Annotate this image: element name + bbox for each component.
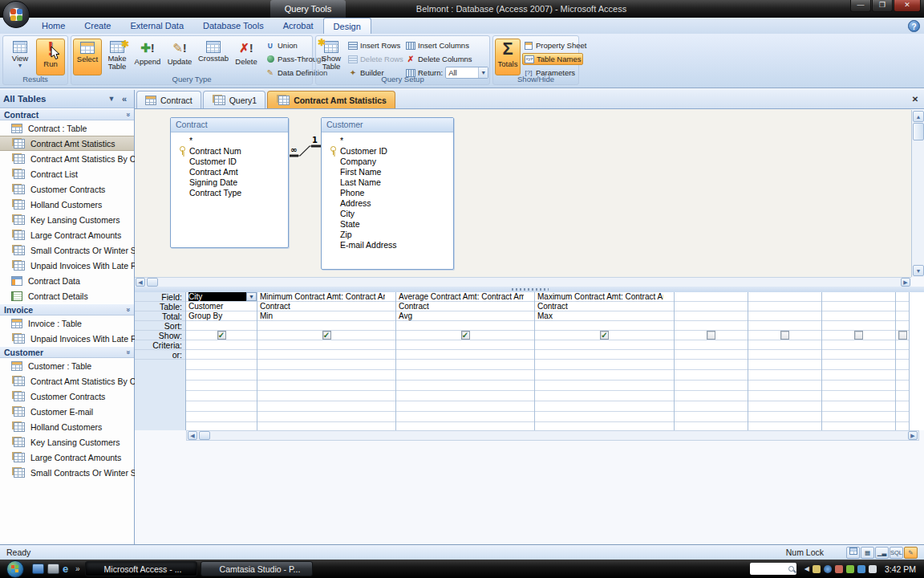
sort-cell[interactable] — [675, 321, 748, 331]
nav-item[interactable]: Key Lansing Customers — [0, 212, 134, 227]
table-cell[interactable] — [748, 302, 821, 311]
document-tab[interactable]: Query1 — [203, 91, 265, 108]
scrollbar-thumb[interactable] — [913, 123, 924, 140]
table-cell[interactable] — [675, 302, 748, 311]
delete-columns-button[interactable]: ✗ Delete Columns — [404, 53, 474, 65]
taskbar-button[interactable]: Microsoft Access - ... — [85, 561, 197, 576]
show-checkbox[interactable] — [898, 331, 907, 340]
or-cell[interactable] — [822, 350, 895, 360]
close-button[interactable]: ✕ — [894, 0, 921, 12]
show-checkbox[interactable] — [600, 331, 609, 340]
tray-icon[interactable] — [813, 565, 821, 573]
field-list-item[interactable]: E-mail Address — [322, 239, 453, 250]
grid-horizontal-scrollbar[interactable]: ◀ ▶ — [186, 430, 919, 441]
field-list-item[interactable]: * — [171, 135, 288, 145]
field-list-item[interactable]: Contract Amt — [171, 166, 288, 177]
nav-group-header-contract[interactable]: Contract » — [0, 108, 134, 120]
table-cell[interactable]: Contract — [396, 302, 534, 311]
show-checkbox[interactable] — [217, 331, 226, 340]
field-list-title[interactable]: Customer — [322, 118, 453, 132]
ribbon-tab[interactable]: Create — [75, 18, 120, 34]
tray-icon[interactable] — [835, 565, 843, 573]
pivottable-view-button[interactable]: ▦ — [861, 547, 874, 559]
nav-item[interactable]: Large Contract Amounts — [0, 227, 134, 242]
show-checkbox[interactable] — [322, 331, 331, 340]
property-sheet-button[interactable]: Property Sheet — [522, 39, 588, 51]
network-icon[interactable] — [857, 565, 865, 573]
criteria-cell[interactable] — [396, 340, 534, 350]
ribbon-tab[interactable]: External Data — [120, 18, 193, 34]
totals-button[interactable]: Σ Totals — [495, 39, 521, 75]
field-list-item[interactable]: * — [322, 135, 453, 145]
scroll-left-icon[interactable]: ◀ — [188, 431, 197, 440]
nav-item[interactable]: Holland Customers — [0, 419, 134, 434]
diagram-vertical-scrollbar[interactable]: ▲ ▼ — [911, 110, 924, 277]
nav-item[interactable]: Contract Amt Statistics By City — [0, 151, 134, 166]
nav-item[interactable]: Small Contracts Or Winter Sig... — [0, 465, 134, 480]
restore-button[interactable]: ❐ — [872, 0, 893, 12]
criteria-cell[interactable] — [257, 340, 395, 350]
internet-explorer-icon[interactable]: e — [63, 564, 72, 574]
total-cell[interactable]: Group By — [186, 311, 257, 321]
table-names-button[interactable]: xyz Table Names — [522, 53, 583, 65]
nav-item[interactable]: Unpaid Invoices With Late Fees — [0, 258, 134, 273]
field-list-item[interactable]: Contract Type — [171, 187, 288, 197]
criteria-cell[interactable] — [535, 340, 674, 350]
criteria-cell[interactable] — [896, 340, 909, 350]
sort-cell[interactable] — [535, 321, 674, 331]
or-cell[interactable] — [186, 350, 257, 360]
nav-item[interactable]: Key Lansing Customers — [0, 434, 134, 450]
select-query-button[interactable]: Select — [73, 39, 102, 75]
nav-item[interactable]: Customer : Table — [0, 358, 134, 373]
sort-cell[interactable] — [396, 321, 534, 331]
nav-item[interactable]: Contract Data — [0, 273, 134, 288]
field-cell[interactable]: City ▼ — [186, 292, 257, 302]
field-cell[interactable]: Minimum Contract Amt: Contract Amt ▼ — [257, 292, 395, 302]
table-cell[interactable]: Customer — [186, 302, 257, 311]
ribbon-tab[interactable]: Design — [323, 18, 371, 34]
nav-pane-header[interactable]: All Tables ▼ « — [0, 90, 134, 108]
sort-cell[interactable] — [748, 321, 821, 331]
total-cell[interactable]: Max — [535, 311, 674, 321]
sort-cell[interactable] — [257, 321, 395, 331]
scroll-up-icon[interactable]: ▲ — [913, 111, 924, 122]
nav-group-header-invoice[interactable]: Invoice » — [0, 303, 134, 315]
help-button[interactable]: ? — [908, 20, 920, 32]
criteria-cell[interactable] — [186, 340, 257, 350]
insert-columns-button[interactable]: Insert Columns — [404, 39, 471, 51]
field-cell[interactable]: Average Contract Amt: Contract Amt ▼ — [396, 292, 534, 302]
nav-item[interactable]: Small Contracts Or Winter Sig... — [0, 242, 134, 258]
or-cell[interactable] — [896, 350, 909, 360]
diagram-horizontal-scrollbar[interactable]: ◀ ▶ — [135, 277, 911, 287]
table-cell[interactable] — [896, 302, 909, 311]
field-list-contract[interactable]: Contract * Contract Num Custo — [170, 117, 289, 248]
document-tab[interactable]: Contract — [136, 91, 201, 108]
design-view-button[interactable]: ✎ — [904, 547, 918, 559]
nav-item[interactable]: Contract Details — [0, 288, 134, 303]
nav-item[interactable]: Contract Amt Statistics By City — [0, 373, 134, 389]
field-list-item[interactable]: Contract Num — [171, 145, 288, 156]
field-list-item[interactable]: Phone — [322, 187, 453, 197]
scroll-down-icon[interactable]: ▼ — [913, 265, 924, 276]
nav-item[interactable]: Contract : Table — [0, 120, 134, 136]
sql-view-button[interactable]: SQL — [890, 547, 903, 559]
field-list-item[interactable]: Customer ID — [322, 145, 453, 156]
ribbon-tab[interactable]: Home — [32, 18, 75, 34]
tray-expand-icon[interactable]: ◀ — [804, 565, 809, 572]
ribbon-tab[interactable]: Acrobat — [274, 18, 323, 34]
total-cell[interactable] — [675, 311, 748, 321]
datasheet-view-button[interactable] — [846, 547, 860, 559]
field-list-item[interactable]: Zip — [322, 229, 453, 239]
criteria-cell[interactable] — [748, 340, 821, 350]
or-cell[interactable] — [396, 350, 534, 360]
sort-cell[interactable] — [186, 321, 257, 331]
show-checkbox[interactable] — [461, 331, 470, 340]
total-cell[interactable]: Min — [257, 311, 395, 321]
minimize-button[interactable]: — — [850, 0, 871, 12]
field-list-item[interactable]: Signing Date — [171, 177, 288, 187]
field-dropdown-icon[interactable]: ▼ — [246, 292, 257, 301]
shutter-bar-close-icon[interactable]: « — [118, 92, 131, 105]
field-cell[interactable]: ▼ — [822, 292, 895, 302]
append-button[interactable]: ✚! Append — [132, 39, 163, 75]
total-cell[interactable] — [748, 311, 821, 321]
